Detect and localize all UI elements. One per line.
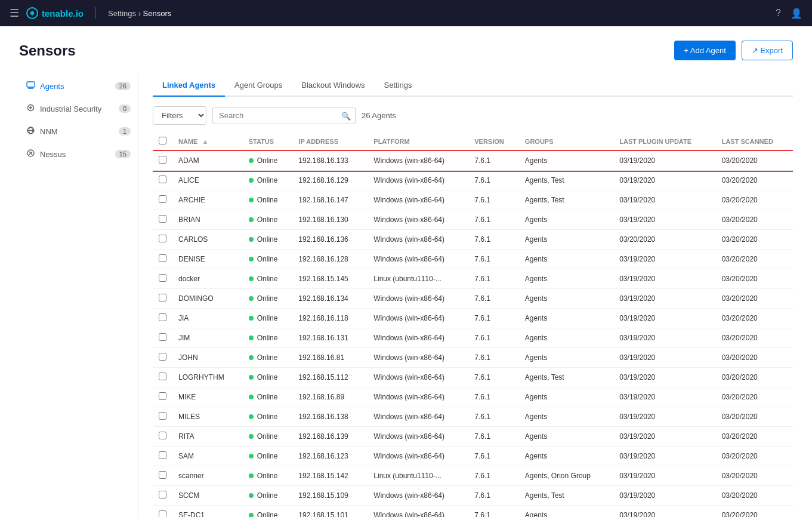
row-name: SAM bbox=[172, 447, 243, 466]
tab-linked-agents[interactable]: Linked Agents bbox=[153, 75, 225, 97]
table-row[interactable]: DOMINGO Online 192.168.16.134 Windows (w… bbox=[153, 289, 793, 309]
row-checkbox-col bbox=[153, 368, 172, 387]
row-platform: Windows (win-x86-64) bbox=[368, 348, 468, 368]
row-last-scanned: 03/20/2020 bbox=[716, 506, 793, 518]
user-icon[interactable]: 👤 bbox=[791, 8, 802, 19]
table-row[interactable]: BRIAN Online 192.168.16.130 Windows (win… bbox=[153, 210, 793, 230]
col-header-name[interactable]: NAME ▲ bbox=[172, 132, 243, 151]
row-checkbox-col bbox=[153, 427, 172, 447]
table-row[interactable]: ADAM Online 192.168.16.133 Windows (win-… bbox=[153, 151, 793, 171]
table-row[interactable]: JIA Online 192.168.16.118 Windows (win-x… bbox=[153, 309, 793, 328]
row-ip: 192.168.16.89 bbox=[292, 387, 368, 407]
sidebar-label-nnm: NNM bbox=[40, 127, 58, 136]
row-checkbox[interactable] bbox=[159, 353, 166, 361]
select-all-checkbox[interactable] bbox=[159, 137, 166, 144]
table-row[interactable]: ARCHIE Online 192.168.16.147 Windows (wi… bbox=[153, 190, 793, 210]
status-dot bbox=[249, 355, 254, 360]
page-header: Sensors + Add Agent ↗ Export bbox=[19, 41, 793, 60]
row-groups: Agents, Test bbox=[519, 368, 613, 387]
sidebar-badge-nessus: 15 bbox=[115, 150, 131, 158]
status-dot bbox=[249, 237, 254, 242]
sidebar-item-agents[interactable]: Agents 26 bbox=[19, 75, 138, 97]
status-dot bbox=[249, 473, 254, 478]
search-input[interactable] bbox=[212, 107, 356, 124]
row-status: Online bbox=[243, 486, 293, 506]
table-row[interactable]: SAM Online 192.168.16.123 Windows (win-x… bbox=[153, 447, 793, 466]
row-checkbox[interactable] bbox=[159, 432, 166, 439]
help-icon[interactable]: ? bbox=[776, 8, 781, 19]
row-checkbox[interactable] bbox=[159, 510, 166, 517]
row-last-plugin: 03/19/2020 bbox=[613, 250, 715, 269]
table-row[interactable]: LOGRHYTHM Online 192.168.15.112 Windows … bbox=[153, 368, 793, 387]
row-checkbox[interactable] bbox=[159, 176, 166, 183]
row-version: 7.6.1 bbox=[468, 506, 519, 518]
row-checkbox[interactable] bbox=[159, 156, 166, 164]
table-row[interactable]: RITA Online 192.168.16.139 Windows (win-… bbox=[153, 427, 793, 447]
filter-select[interactable]: Filters bbox=[153, 106, 206, 125]
row-checkbox[interactable] bbox=[159, 491, 166, 498]
breadcrumb-settings[interactable]: Settings bbox=[108, 9, 136, 18]
agents-table-wrap: NAME ▲STATUSIP ADDRESSPLATFORMVERSIONGRO… bbox=[153, 132, 793, 517]
row-checkbox-col bbox=[153, 230, 172, 250]
hamburger-menu[interactable]: ☰ bbox=[10, 7, 19, 20]
tab-settings[interactable]: Settings bbox=[375, 75, 422, 97]
row-checkbox[interactable] bbox=[159, 313, 166, 321]
row-platform: Windows (win-x86-64) bbox=[368, 407, 468, 427]
table-row[interactable]: DENISE Online 192.168.16.128 Windows (wi… bbox=[153, 250, 793, 269]
row-checkbox[interactable] bbox=[159, 294, 166, 301]
table-row[interactable]: MILES Online 192.168.16.138 Windows (win… bbox=[153, 407, 793, 427]
row-checkbox[interactable] bbox=[159, 451, 166, 459]
row-groups: Agents bbox=[519, 210, 613, 230]
row-version: 7.6.1 bbox=[468, 151, 519, 171]
table-row[interactable]: CARLOS Online 192.168.16.136 Windows (wi… bbox=[153, 230, 793, 250]
breadcrumb-separator: › bbox=[138, 9, 143, 18]
row-checkbox[interactable] bbox=[159, 215, 166, 223]
row-ip: 192.168.16.123 bbox=[292, 447, 368, 466]
export-button[interactable]: ↗ Export bbox=[742, 41, 793, 60]
row-status: Online bbox=[243, 230, 293, 250]
row-last-scanned: 03/20/2020 bbox=[716, 368, 793, 387]
sidebar-item-industrial-security[interactable]: Industrial Security 0 bbox=[19, 97, 138, 120]
table-row[interactable]: JOHN Online 192.168.16.81 Windows (win-x… bbox=[153, 348, 793, 368]
row-status: Online bbox=[243, 171, 293, 190]
row-checkbox[interactable] bbox=[159, 274, 166, 282]
row-status: Online bbox=[243, 151, 293, 171]
row-last-plugin: 03/19/2020 bbox=[613, 447, 715, 466]
row-name: ALICE bbox=[172, 171, 243, 190]
row-ip: 192.168.16.133 bbox=[292, 151, 368, 171]
row-checkbox[interactable] bbox=[159, 195, 166, 203]
row-checkbox[interactable] bbox=[159, 412, 166, 420]
row-platform: Windows (win-x86-64) bbox=[368, 230, 468, 250]
row-status: Online bbox=[243, 250, 293, 269]
topnav: ☰ tenable.io Settings › Sensors ? 👤 bbox=[0, 0, 812, 26]
add-agent-button[interactable]: + Add Agent bbox=[674, 41, 735, 60]
brand-logo[interactable]: tenable.io bbox=[26, 7, 84, 19]
row-checkbox[interactable] bbox=[159, 471, 166, 479]
table-row[interactable]: scanner Online 192.168.15.142 Linux (ubu… bbox=[153, 466, 793, 486]
row-checkbox[interactable] bbox=[159, 235, 166, 242]
sidebar-item-nessus[interactable]: Nessus 15 bbox=[19, 143, 138, 165]
row-checkbox-col bbox=[153, 447, 172, 466]
row-checkbox[interactable] bbox=[159, 254, 166, 262]
row-checkbox[interactable] bbox=[159, 392, 166, 400]
row-checkbox[interactable] bbox=[159, 333, 166, 341]
tab-blackout-windows[interactable]: Blackout Windows bbox=[292, 75, 374, 97]
row-name: DENISE bbox=[172, 250, 243, 269]
agent-count: 26 Agents bbox=[362, 111, 396, 120]
row-platform: Windows (win-x86-64) bbox=[368, 328, 468, 348]
row-last-plugin: 03/19/2020 bbox=[613, 407, 715, 427]
table-row[interactable]: ALICE Online 192.168.16.129 Windows (win… bbox=[153, 171, 793, 190]
row-last-scanned: 03/20/2020 bbox=[716, 210, 793, 230]
row-checkbox[interactable] bbox=[159, 373, 166, 380]
row-checkbox-col bbox=[153, 348, 172, 368]
sidebar-item-nnm[interactable]: NNM 1 bbox=[19, 120, 138, 143]
nnm-icon bbox=[26, 126, 35, 137]
table-row[interactable]: MIKE Online 192.168.16.89 Windows (win-x… bbox=[153, 387, 793, 407]
table-row[interactable]: JIM Online 192.168.16.131 Windows (win-x… bbox=[153, 328, 793, 348]
table-row[interactable]: docker Online 192.168.15.145 Linux (ubun… bbox=[153, 269, 793, 289]
table-row[interactable]: SCCM Online 192.168.15.109 Windows (win-… bbox=[153, 486, 793, 506]
table-row[interactable]: SE-DC1 Online 192.168.15.101 Windows (wi… bbox=[153, 506, 793, 518]
row-version: 7.6.1 bbox=[468, 407, 519, 427]
tab-agent-groups[interactable]: Agent Groups bbox=[225, 75, 292, 97]
row-ip: 192.168.15.112 bbox=[292, 368, 368, 387]
